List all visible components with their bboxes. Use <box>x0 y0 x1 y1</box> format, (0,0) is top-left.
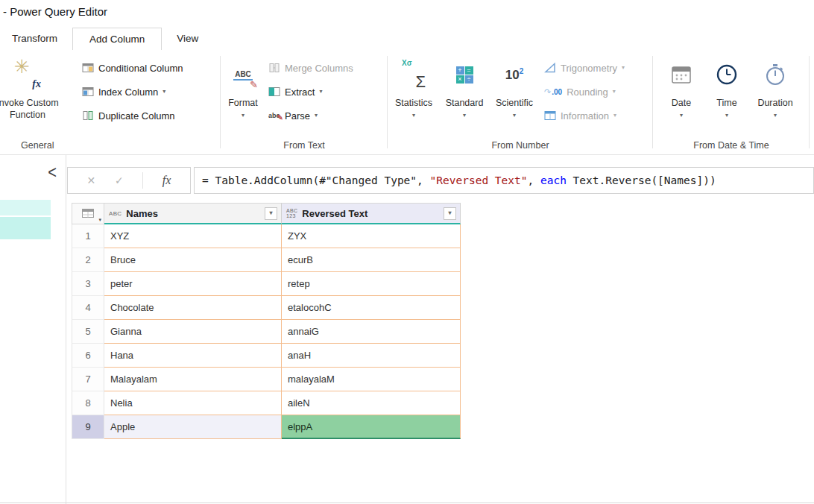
dropdown-caret-icon: ▾ <box>774 113 777 119</box>
formula-segment: , <box>528 174 540 186</box>
format-abc-icon: ABC ✎ <box>228 57 258 92</box>
rounding-button[interactable]: ↷ .00 Rounding ▾ <box>544 80 625 104</box>
merge-columns-icon <box>268 62 280 74</box>
ribbon-group-from-text: ABC ✎ Format ▾ Merge Columns Extract ▾ <box>221 50 388 154</box>
duration-button[interactable]: Duration ▾ <box>753 57 798 119</box>
dropdown-caret-icon: ▾ <box>622 65 625 71</box>
group-label-from-number: From Number <box>388 140 653 151</box>
names-cell[interactable]: Nelia <box>104 391 282 415</box>
index-column-button[interactable]: Index Column ▾ <box>82 80 183 104</box>
date-button[interactable]: Date ▾ <box>663 57 699 119</box>
row-number-cell[interactable]: 1 <box>72 224 104 248</box>
trigonometry-button[interactable]: Trigonometry ▾ <box>544 56 625 80</box>
row-number-cell[interactable]: 6 <box>72 344 104 368</box>
ribbon-group-from-number: Χσ Σ Statistics ▾ + = × ÷ Standard ▾ <box>388 50 653 154</box>
names-cell[interactable]: Chocolate <box>104 296 282 320</box>
reversed-cell[interactable]: ZYX <box>282 224 461 248</box>
formula-bar-buttons: ✕ ✓ fx <box>67 167 191 194</box>
parse-button[interactable]: abc ✎ Parse ▾ <box>268 104 353 127</box>
filter-dropdown-button[interactable]: ▾ <box>265 207 277 220</box>
dropdown-caret-icon: ▾ <box>448 210 451 216</box>
dropdown-caret-icon: ▾ <box>463 113 466 119</box>
tab-add-column[interactable]: Add Column <box>72 28 162 50</box>
reversed-cell[interactable]: etalocohC <box>282 296 461 320</box>
time-button[interactable]: Time ▾ <box>710 57 744 119</box>
rounding-decimal-icon: ↷ .00 <box>544 87 562 97</box>
dropdown-caret-icon: ▾ <box>242 113 244 119</box>
calendar-icon <box>666 57 696 92</box>
row-number-cell[interactable]: 4 <box>72 296 104 320</box>
duplicate-column-icon <box>82 110 94 122</box>
tab-transform[interactable]: Transform <box>0 28 69 50</box>
information-table-icon <box>544 110 556 122</box>
reversed-cell-selected[interactable]: elppA <box>282 415 461 439</box>
formula-segment: = Table.AddColumn(#"Changed Type", <box>202 174 430 186</box>
filter-dropdown-button[interactable]: ▾ <box>444 207 456 220</box>
dropdown-caret-icon: ▾ <box>613 89 616 95</box>
window-bottom-border <box>0 503 814 503</box>
column-header-names[interactable]: ABC Names ▾ <box>104 203 282 224</box>
dropdown-caret-icon: ▾ <box>319 89 322 95</box>
commit-formula-icon[interactable]: ✓ <box>115 174 124 186</box>
names-cell[interactable]: peter <box>104 272 282 296</box>
names-cell[interactable]: Hana <box>104 344 282 368</box>
row-number-cell[interactable]: 3 <box>72 272 104 296</box>
merge-columns-button[interactable]: Merge Columns <box>268 56 353 80</box>
queries-pane-highlight <box>0 200 51 215</box>
extract-icon <box>268 86 280 98</box>
clock-icon <box>712 57 742 92</box>
names-cell[interactable]: Malayalam <box>104 368 282 391</box>
row-number-cell[interactable]: 2 <box>72 248 104 272</box>
reversed-cell[interactable]: malayalaM <box>282 368 461 391</box>
scientific-button[interactable]: 102 Scientific ▾ <box>490 57 538 119</box>
function-starburst-icon: ✳ fx <box>13 57 42 92</box>
dropdown-caret-icon: ▾ <box>315 113 318 119</box>
data-preview-table: ▾ ABC Names ▾ ABC 123 Reversed Text ▾ 1 … <box>72 203 461 439</box>
queries-pane-collapsed: < <box>0 155 66 504</box>
reversed-cell[interactable]: ecurB <box>282 248 461 272</box>
conditional-column-button[interactable]: Conditional Column <box>82 56 183 80</box>
standard-button[interactable]: + = × ÷ Standard ▾ <box>441 57 488 119</box>
duplicate-column-button[interactable]: Duplicate Column <box>82 104 183 127</box>
reversed-cell[interactable]: retep <box>282 272 461 296</box>
reversed-cell[interactable]: aileN <box>282 391 461 415</box>
statistics-sigma-icon: Χσ Σ <box>399 57 429 92</box>
names-cell-selected-row[interactable]: Apple <box>104 415 282 439</box>
cancel-formula-icon[interactable]: ✕ <box>87 174 96 186</box>
column-name: Names <box>126 208 158 219</box>
information-button[interactable]: Information ▾ <box>544 104 625 127</box>
statistics-button[interactable]: Χσ Σ Statistics ▾ <box>392 57 435 119</box>
dropdown-caret-icon: ▾ <box>163 89 165 95</box>
invoke-custom-function-button[interactable]: ✳ fx Invoke Custom Function <box>0 57 72 121</box>
index-column-icon <box>82 86 94 98</box>
reversed-cell[interactable]: annaiG <box>282 320 461 344</box>
row-number-cell[interactable]: 7 <box>72 368 104 391</box>
ribbon-group-from-datetime: Date ▾ Time ▾ Duration ▾ From Date & Tim… <box>653 50 810 154</box>
names-cell[interactable]: Bruce <box>104 248 282 272</box>
stopwatch-icon <box>760 57 790 92</box>
dropdown-caret-icon: ▾ <box>412 113 415 119</box>
table-corner-button[interactable]: ▾ <box>72 203 104 224</box>
reversed-cell[interactable]: anaH <box>282 344 461 368</box>
names-cell[interactable]: XYZ <box>104 224 282 248</box>
conditional-column-icon <box>82 62 94 74</box>
row-number-cell[interactable]: 5 <box>72 320 104 344</box>
names-cell[interactable]: Gianna <box>104 320 282 344</box>
extract-button[interactable]: Extract ▾ <box>268 80 353 104</box>
parse-abc-icon: abc ✎ <box>268 112 280 119</box>
trigonometry-triangle-icon <box>544 62 556 74</box>
formula-input[interactable]: = Table.AddColumn(#"Changed Type", "Reve… <box>194 167 814 194</box>
column-name: Reversed Text <box>302 208 367 219</box>
row-number-cell-selected[interactable]: 9 <box>72 415 104 439</box>
column-header-reversed-text[interactable]: ABC 123 Reversed Text ▾ <box>282 203 461 224</box>
ribbon: ✳ fx Invoke Custom Function Conditional … <box>0 50 814 155</box>
dropdown-caret-icon: ▾ <box>613 113 616 119</box>
format-button[interactable]: ABC ✎ Format ▾ <box>222 57 264 119</box>
window-title: - Power Query Editor <box>3 5 107 18</box>
group-label-from-text: From Text <box>221 140 388 151</box>
collapse-pane-chevron-icon[interactable]: < <box>48 163 57 183</box>
row-number-cell[interactable]: 8 <box>72 391 104 415</box>
fx-icon[interactable]: fx <box>163 174 171 187</box>
queries-pane-highlight <box>0 217 51 239</box>
tab-view[interactable]: View <box>165 28 210 50</box>
